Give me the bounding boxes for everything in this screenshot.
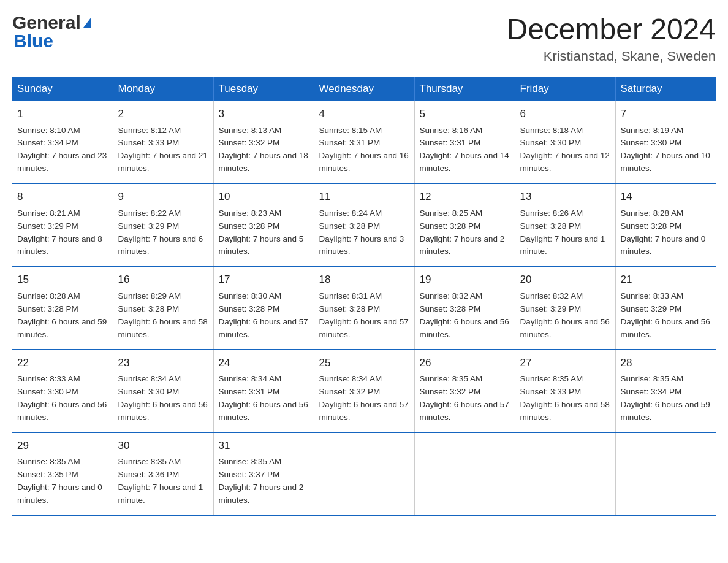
page-header: General Blue December 2024 Kristianstad,… <box>12 12 716 64</box>
logo-blue-text: Blue <box>13 31 53 52</box>
day-info: Sunrise: 8:31 AMSunset: 3:28 PMDaylight:… <box>319 291 409 339</box>
day-info: Sunrise: 8:13 AMSunset: 3:32 PMDaylight:… <box>219 126 308 174</box>
day-info: Sunrise: 8:25 AMSunset: 3:28 PMDaylight:… <box>420 209 505 256</box>
day-number: 22 <box>17 355 108 371</box>
header-row: SundayMondayTuesdayWednesdayThursdayFrid… <box>12 77 716 101</box>
day-cell: 24Sunrise: 8:34 AMSunset: 3:31 PMDayligh… <box>213 350 314 432</box>
day-cell: 19Sunrise: 8:32 AMSunset: 3:28 PMDayligh… <box>414 266 515 349</box>
day-cell: 12Sunrise: 8:25 AMSunset: 3:28 PMDayligh… <box>414 183 515 266</box>
day-info: Sunrise: 8:33 AMSunset: 3:29 PMDaylight:… <box>621 291 710 339</box>
day-info: Sunrise: 8:23 AMSunset: 3:28 PMDaylight:… <box>219 209 304 256</box>
day-info: Sunrise: 8:16 AMSunset: 3:31 PMDaylight:… <box>420 126 509 174</box>
day-number: 17 <box>219 272 309 288</box>
day-number: 12 <box>420 189 510 205</box>
day-info: Sunrise: 8:15 AMSunset: 3:31 PMDaylight:… <box>319 126 409 174</box>
day-cell <box>314 432 414 515</box>
day-cell: 20Sunrise: 8:32 AMSunset: 3:29 PMDayligh… <box>515 266 615 349</box>
calendar-header: SundayMondayTuesdayWednesdayThursdayFrid… <box>12 77 716 101</box>
day-info: Sunrise: 8:35 AMSunset: 3:36 PMDaylight:… <box>118 457 203 505</box>
day-number: 24 <box>219 355 309 371</box>
day-cell: 1Sunrise: 8:10 AMSunset: 3:34 PMDaylight… <box>12 101 113 183</box>
day-cell: 25Sunrise: 8:34 AMSunset: 3:32 PMDayligh… <box>314 350 414 432</box>
day-number: 3 <box>219 106 309 122</box>
month-title: December 2024 <box>506 12 716 46</box>
day-info: Sunrise: 8:22 AMSunset: 3:29 PMDaylight:… <box>118 209 203 256</box>
day-number: 16 <box>118 272 208 288</box>
day-cell: 26Sunrise: 8:35 AMSunset: 3:32 PMDayligh… <box>414 350 515 432</box>
day-cell: 13Sunrise: 8:26 AMSunset: 3:28 PMDayligh… <box>515 183 615 266</box>
day-number: 11 <box>319 189 409 205</box>
day-info: Sunrise: 8:26 AMSunset: 3:28 PMDaylight:… <box>520 209 605 256</box>
day-info: Sunrise: 8:30 AMSunset: 3:28 PMDaylight:… <box>219 291 308 339</box>
day-number: 14 <box>621 189 711 205</box>
day-cell: 21Sunrise: 8:33 AMSunset: 3:29 PMDayligh… <box>615 266 716 349</box>
day-cell <box>515 432 615 515</box>
day-info: Sunrise: 8:24 AMSunset: 3:28 PMDaylight:… <box>319 209 404 256</box>
day-info: Sunrise: 8:18 AMSunset: 3:30 PMDaylight:… <box>520 126 610 174</box>
day-info: Sunrise: 8:35 AMSunset: 3:32 PMDaylight:… <box>420 374 509 422</box>
week-row-4: 22Sunrise: 8:33 AMSunset: 3:30 PMDayligh… <box>12 350 716 432</box>
day-cell: 15Sunrise: 8:28 AMSunset: 3:28 PMDayligh… <box>12 266 113 349</box>
logo-general-text: General <box>12 12 81 33</box>
day-cell: 2Sunrise: 8:12 AMSunset: 3:33 PMDaylight… <box>113 101 213 183</box>
day-number: 9 <box>118 189 208 205</box>
header-cell-tuesday: Tuesday <box>213 77 314 101</box>
day-number: 8 <box>17 189 108 205</box>
day-info: Sunrise: 8:32 AMSunset: 3:29 PMDaylight:… <box>520 291 610 339</box>
day-number: 13 <box>520 189 610 205</box>
day-info: Sunrise: 8:34 AMSunset: 3:31 PMDaylight:… <box>219 374 308 422</box>
day-cell: 18Sunrise: 8:31 AMSunset: 3:28 PMDayligh… <box>314 266 414 349</box>
day-cell <box>615 432 716 515</box>
day-number: 15 <box>17 272 108 288</box>
day-number: 25 <box>319 355 409 371</box>
day-number: 27 <box>520 355 610 371</box>
day-info: Sunrise: 8:35 AMSunset: 3:37 PMDaylight:… <box>219 457 304 505</box>
week-row-5: 29Sunrise: 8:35 AMSunset: 3:35 PMDayligh… <box>12 432 716 515</box>
header-cell-saturday: Saturday <box>615 77 716 101</box>
day-info: Sunrise: 8:28 AMSunset: 3:28 PMDaylight:… <box>621 209 706 256</box>
day-cell: 17Sunrise: 8:30 AMSunset: 3:28 PMDayligh… <box>213 266 314 349</box>
day-number: 31 <box>219 438 309 454</box>
header-cell-monday: Monday <box>113 77 213 101</box>
day-cell: 11Sunrise: 8:24 AMSunset: 3:28 PMDayligh… <box>314 183 414 266</box>
day-number: 23 <box>118 355 208 371</box>
day-number: 18 <box>319 272 409 288</box>
day-info: Sunrise: 8:33 AMSunset: 3:30 PMDaylight:… <box>17 374 107 422</box>
day-number: 6 <box>520 106 610 122</box>
day-info: Sunrise: 8:28 AMSunset: 3:28 PMDaylight:… <box>17 291 107 339</box>
location-text: Kristianstad, Skane, Sweden <box>506 48 716 64</box>
day-cell: 10Sunrise: 8:23 AMSunset: 3:28 PMDayligh… <box>213 183 314 266</box>
day-cell: 5Sunrise: 8:16 AMSunset: 3:31 PMDaylight… <box>414 101 515 183</box>
day-cell: 28Sunrise: 8:35 AMSunset: 3:34 PMDayligh… <box>615 350 716 432</box>
header-cell-wednesday: Wednesday <box>314 77 414 101</box>
day-info: Sunrise: 8:21 AMSunset: 3:29 PMDaylight:… <box>17 209 102 256</box>
day-info: Sunrise: 8:34 AMSunset: 3:30 PMDaylight:… <box>118 374 208 422</box>
day-info: Sunrise: 8:32 AMSunset: 3:28 PMDaylight:… <box>420 291 509 339</box>
calendar-table: SundayMondayTuesdayWednesdayThursdayFrid… <box>12 77 716 516</box>
day-number: 21 <box>621 272 711 288</box>
header-cell-thursday: Thursday <box>414 77 515 101</box>
day-cell: 9Sunrise: 8:22 AMSunset: 3:29 PMDaylight… <box>113 183 213 266</box>
day-number: 30 <box>118 438 208 454</box>
day-info: Sunrise: 8:29 AMSunset: 3:28 PMDaylight:… <box>118 291 208 339</box>
logo-triangle-icon <box>83 17 91 28</box>
day-cell <box>414 432 515 515</box>
day-number: 7 <box>621 106 711 122</box>
day-number: 1 <box>17 106 108 122</box>
day-cell: 22Sunrise: 8:33 AMSunset: 3:30 PMDayligh… <box>12 350 113 432</box>
day-cell: 14Sunrise: 8:28 AMSunset: 3:28 PMDayligh… <box>615 183 716 266</box>
day-number: 19 <box>420 272 510 288</box>
day-info: Sunrise: 8:12 AMSunset: 3:33 PMDaylight:… <box>118 126 208 174</box>
day-number: 28 <box>621 355 711 371</box>
day-info: Sunrise: 8:35 AMSunset: 3:33 PMDaylight:… <box>520 374 610 422</box>
day-cell: 31Sunrise: 8:35 AMSunset: 3:37 PMDayligh… <box>213 432 314 515</box>
day-cell: 8Sunrise: 8:21 AMSunset: 3:29 PMDaylight… <box>12 183 113 266</box>
day-cell: 30Sunrise: 8:35 AMSunset: 3:36 PMDayligh… <box>113 432 213 515</box>
title-section: December 2024 Kristianstad, Skane, Swede… <box>506 12 716 64</box>
day-cell: 7Sunrise: 8:19 AMSunset: 3:30 PMDaylight… <box>615 101 716 183</box>
day-info: Sunrise: 8:19 AMSunset: 3:30 PMDaylight:… <box>621 126 710 174</box>
logo: General Blue <box>12 12 91 52</box>
day-number: 20 <box>520 272 610 288</box>
day-cell: 3Sunrise: 8:13 AMSunset: 3:32 PMDaylight… <box>213 101 314 183</box>
week-row-3: 15Sunrise: 8:28 AMSunset: 3:28 PMDayligh… <box>12 266 716 349</box>
